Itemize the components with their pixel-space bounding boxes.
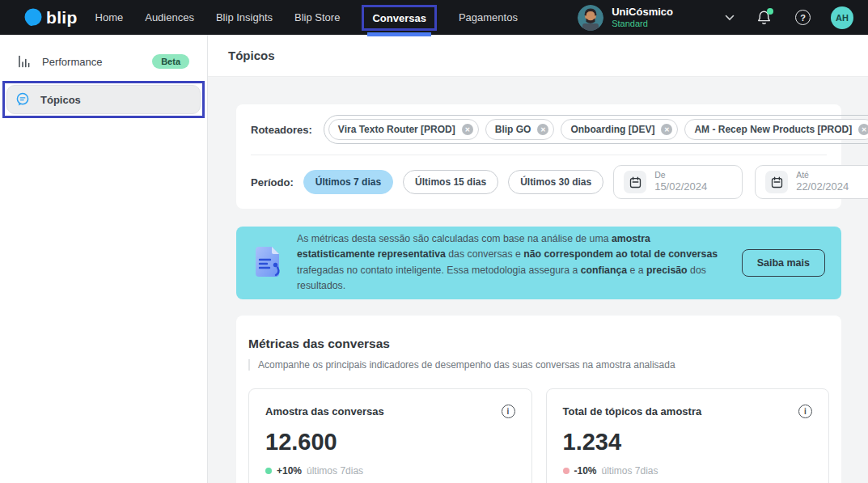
page-header: Tópicos (208, 35, 868, 77)
period-chip-7-days[interactable]: Últimos 7 dias (303, 170, 393, 194)
navbar-right-cluster: UniCósmico Standard ? AH (578, 5, 853, 31)
info-banner: As métricas desta sessão são calculadas … (236, 227, 841, 299)
annotation-box-topicos: Tópicos (2, 81, 205, 118)
account-texts: UniCósmico Standard (612, 6, 673, 30)
date-to-field[interactable]: Até 22/02/2024 (755, 165, 868, 199)
metric-card-total-topics: Total de tópicos da amostra i 1.234 -10%… (546, 388, 830, 483)
router-chip[interactable]: Onboarding [DEV] ✕ (561, 119, 678, 140)
metric-card-sample-conversations: Amostra das conversas i 12.600 +10% últi… (248, 388, 532, 483)
nav-item-blip-store[interactable]: Blip Store (294, 6, 340, 28)
router-chip-label: Vira Texto Router [PROD] (338, 124, 455, 135)
period-chip-15-days[interactable]: Últimos 15 dias (403, 170, 498, 194)
active-tab-indicator (367, 32, 430, 36)
metric-value: 12.600 (265, 429, 515, 455)
info-icon[interactable]: i (798, 405, 812, 418)
trend-period: últimos 7dias (602, 465, 658, 477)
nav-item-pagamentos[interactable]: Pagamentos (459, 6, 518, 28)
top-navbar: blip Home Audiences Blip Insights Blip S… (0, 0, 868, 35)
remove-chip-icon[interactable]: ✕ (537, 124, 548, 135)
learn-more-button[interactable]: Saiba mais (742, 249, 825, 277)
routers-filter-row: Roteadores: Vira Texto Router [PROD] ✕ B… (251, 104, 827, 155)
document-icon (252, 246, 283, 280)
period-label: Período: (251, 176, 294, 189)
metrics-section-card: Métricas das conversas Acompanhe os prin… (236, 316, 841, 483)
metric-cards-row: Amostra das conversas i 12.600 +10% últi… (248, 388, 829, 483)
filters-card: Roteadores: Vira Texto Router [PROD] ✕ B… (236, 104, 841, 209)
nav-item-audiences[interactable]: Audiences (145, 6, 194, 28)
metrics-section-subtitle: Acompanhe os principais indicadores de d… (248, 359, 829, 371)
blip-bubble-icon (23, 7, 44, 28)
help-icon[interactable]: ? (795, 10, 811, 25)
nav-item-blip-insights[interactable]: Blip Insights (216, 6, 273, 28)
remove-chip-icon[interactable]: ✕ (858, 124, 868, 135)
trend-period: últimos 7dias (307, 465, 363, 477)
trend-down-dot-icon (563, 468, 569, 474)
period-chip-30-days[interactable]: Últimos 30 dias (508, 170, 603, 194)
content-area: Roteadores: Vira Texto Router [PROD] ✕ B… (208, 77, 868, 483)
trend-up-dot-icon (265, 468, 272, 474)
topics-speech-bubble-icon (15, 92, 30, 107)
date-range-group: De 15/02/2024 (613, 165, 868, 199)
router-chip[interactable]: Vira Texto Router [PROD] ✕ (328, 119, 479, 140)
main-nav: Home Audiences Blip Insights Blip Store … (95, 5, 518, 31)
remove-chip-icon[interactable]: ✕ (462, 124, 473, 135)
calendar-icon (624, 171, 646, 193)
routers-label: Roteadores: (251, 124, 312, 136)
notification-dot (767, 8, 773, 15)
metric-value: 1.234 (563, 429, 813, 455)
left-sidebar: Performance Beta Tópicos (0, 35, 208, 483)
account-menu[interactable]: UniCósmico Standard (578, 5, 673, 31)
trend-percentage: -10% (574, 465, 597, 477)
sidebar-item-performance[interactable]: Performance Beta (10, 49, 197, 74)
calendar-icon (765, 171, 788, 193)
date-to-label: Até (796, 170, 849, 181)
date-from-value: 15/02/2024 (654, 180, 707, 194)
account-plan-badge: Standard (612, 19, 673, 30)
sidebar-item-label: Tópicos (40, 94, 81, 106)
metric-trend: +10% últimos 7dias (265, 465, 515, 477)
main-area: Tópicos Roteadores: Vira Texto Router [P… (208, 35, 868, 483)
annotation-box-conversas: Conversas (362, 5, 436, 31)
account-avatar (578, 5, 603, 31)
date-to-texts: Até 22/02/2024 (796, 170, 849, 195)
blip-logo-text: blip (46, 8, 78, 28)
account-chevron-down-icon[interactable] (725, 15, 735, 21)
info-icon[interactable]: i (502, 405, 515, 418)
blip-logo[interactable]: blip (23, 7, 78, 28)
router-chip[interactable]: Blip GO ✕ (485, 119, 555, 140)
date-from-field[interactable]: De 15/02/2024 (613, 165, 743, 199)
user-initials-avatar[interactable]: AH (831, 6, 853, 29)
router-chip-label: Blip GO (495, 124, 531, 135)
metric-trend: -10% últimos 7dias (563, 465, 813, 477)
date-to-value: 22/02/2024 (796, 180, 849, 194)
metric-card-title: Amostra das conversas (265, 405, 384, 417)
metrics-section-title: Métricas das conversas (248, 337, 829, 351)
date-from-texts: De 15/02/2024 (654, 170, 707, 195)
sidebar-item-topicos[interactable]: Tópicos (6, 85, 201, 114)
nav-item-home[interactable]: Home (95, 6, 124, 28)
nav-item-conversas[interactable]: Conversas (372, 12, 426, 24)
beta-badge: Beta (152, 54, 189, 69)
routers-multiselect[interactable]: Vira Texto Router [PROD] ✕ Blip GO ✕ Onb… (324, 115, 868, 144)
router-chip-label: Onboarding [DEV] (570, 124, 654, 135)
bar-chart-icon (18, 55, 32, 68)
sidebar-item-label: Performance (42, 56, 102, 68)
period-filter-row: Período: Últimos 7 dias Últimos 15 dias … (251, 155, 827, 209)
banner-text: As métricas desta sessão são calculadas … (297, 231, 728, 294)
date-from-label: De (654, 170, 707, 181)
page-title: Tópicos (228, 49, 275, 62)
router-chip-label: AM - Recep New Products [PROD] (694, 124, 852, 135)
router-chip[interactable]: AM - Recep New Products [PROD] ✕ (684, 119, 868, 140)
remove-chip-icon[interactable]: ✕ (661, 124, 672, 135)
account-name: UniCósmico (612, 6, 673, 19)
notifications-bell-icon[interactable] (757, 10, 771, 25)
trend-percentage: +10% (277, 465, 302, 477)
metric-card-title: Total de tópicos da amostra (563, 405, 702, 417)
